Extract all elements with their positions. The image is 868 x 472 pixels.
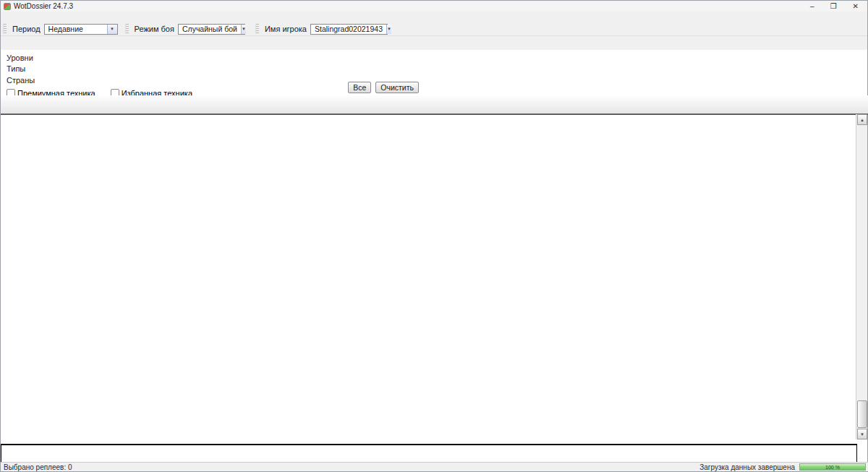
player-name-value: Stalingrad02021943 — [311, 25, 386, 33]
chevron-down-icon[interactable]: ▼ — [386, 25, 391, 34]
menu-bar — [1, 12, 867, 22]
status-bar: Выбрано реплеев: 0 Загрузка данных завер… — [1, 462, 868, 471]
tank-table — [1, 95, 868, 115]
types-label: Типы — [1, 64, 73, 73]
toolbar-grip[interactable] — [3, 24, 7, 34]
filter-panel: Уровни Типы Страны Премиумная техника Из… — [1, 52, 867, 98]
battle-mode-combobox[interactable]: Случайный бой ▼ — [178, 24, 245, 35]
vertical-scrollbar[interactable]: ▲ ▼ — [856, 114, 867, 439]
period-label: Период — [9, 25, 44, 33]
player-name-label: Имя игрока — [261, 25, 310, 33]
period-value: Недавние — [45, 25, 107, 33]
countries-label: Страны — [1, 76, 73, 85]
replays-selected-status: Выбрано реплеев: 0 — [1, 463, 72, 471]
player-name-combobox[interactable]: Stalingrad02021943 ▼ — [310, 24, 388, 35]
close-button[interactable]: ✕ — [853, 2, 859, 10]
totals-row — [1, 444, 857, 464]
load-complete-status: Загрузка данных завершена — [699, 463, 795, 471]
scroll-up-button[interactable]: ▲ — [857, 114, 867, 125]
toolbar: Период Недавние ▼ Режим боя Случайный бо… — [1, 22, 867, 36]
levels-label: Уровни — [1, 53, 73, 62]
battle-mode-label: Режим боя — [131, 25, 178, 33]
title-bar: WotDossier 24.7.3 – ❐ ✕ — [1, 1, 867, 12]
maximize-button[interactable]: ❐ — [830, 2, 837, 10]
tab-strip — [1, 36, 867, 50]
progress-bar: 100 % — [799, 463, 866, 471]
app-icon — [4, 3, 11, 10]
scroll-thumb[interactable] — [857, 400, 867, 428]
clear-button[interactable]: Очистить — [375, 82, 419, 93]
minimize-button[interactable]: – — [810, 2, 814, 10]
toolbar-grip[interactable] — [125, 24, 129, 34]
toolbar-grip[interactable] — [255, 24, 259, 34]
table-header-row — [1, 95, 868, 114]
chevron-down-icon[interactable]: ▼ — [241, 25, 246, 34]
period-combobox[interactable]: Недавние ▼ — [44, 24, 118, 35]
battle-mode-value: Случайный бой — [179, 25, 241, 33]
app-window: WotDossier 24.7.3 – ❐ ✕ Период Недавние … — [0, 0, 868, 472]
chevron-down-icon[interactable]: ▼ — [107, 25, 117, 34]
table-body — [1, 114, 868, 115]
window-title: WotDossier 24.7.3 — [14, 2, 73, 10]
select-all-button[interactable]: Все — [348, 82, 371, 93]
scroll-down-button[interactable]: ▼ — [857, 429, 867, 439]
